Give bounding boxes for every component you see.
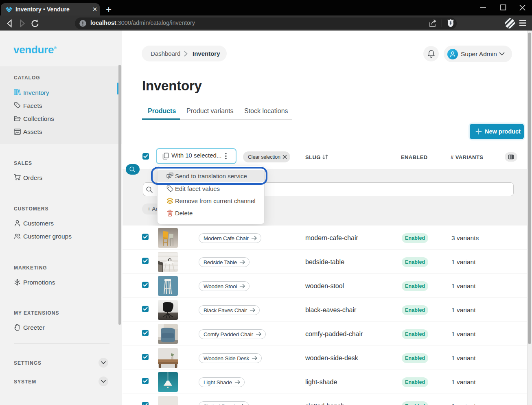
- svg-text:A: A: [168, 175, 170, 177]
- svg-text:あ: あ: [171, 173, 173, 176]
